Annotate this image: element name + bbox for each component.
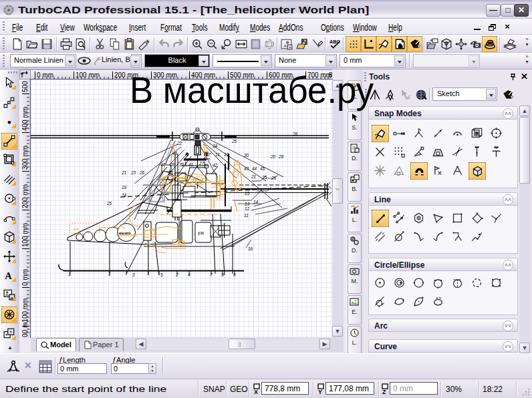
svg-text:25: 25 [271,176,277,180]
svg-text:4: 4 [188,272,190,277]
svg-text:0 mm: 0 mm [37,71,53,79]
svg-text:13: 13 [245,202,250,206]
svg-text:24: 24 [121,193,127,198]
svg-text:25: 25 [106,201,112,206]
svg-text:1: 1 [68,272,71,276]
svg-text:35: 35 [179,162,184,167]
svg-text:29: 29 [278,154,284,159]
svg-text:25: 25 [231,139,237,144]
svg-text:24: 24 [212,144,218,148]
svg-text:20: 20 [270,154,276,159]
svg-text:23: 23 [130,170,136,175]
svg-text:2: 2 [175,272,178,277]
svg-text:45: 45 [260,166,265,171]
svg-text:26: 26 [139,170,145,175]
svg-text:28: 28 [169,162,175,167]
svg-text:16: 16 [248,246,253,251]
svg-text:300 mm: 300 mm [21,146,29,170]
svg-text:41: 41 [188,162,194,167]
svg-text:400 mm: 400 mm [21,107,29,131]
svg-text:11: 11 [215,152,220,157]
svg-text:500: 500 [21,81,29,92]
svg-text:26: 26 [292,132,298,136]
svg-text:25: 25 [261,175,267,180]
svg-text:X: X [254,389,258,395]
svg-text:44: 44 [252,166,257,171]
svg-text:изδ.: изδ. [74,227,80,231]
svg-text:15: 15 [245,191,250,196]
svg-text:6: 6 [233,272,236,277]
svg-text:22: 22 [176,141,182,146]
svg-text:36: 36 [168,170,174,175]
svg-text:30: 30 [244,153,249,158]
svg-text:46: 46 [172,151,178,156]
svg-text:00 m: 00 m [21,323,29,337]
svg-text:3: 3 [132,272,135,277]
svg-text:9: 9 [221,272,224,277]
svg-text:27: 27 [198,161,205,166]
svg-text:милпч: милпч [118,230,131,235]
svg-text:21: 21 [251,174,257,179]
svg-text:17: 17 [206,152,211,157]
svg-text:Z: Z [382,389,386,395]
svg-text:200 mm: 200 mm [21,184,29,208]
svg-text:1: 1 [108,272,111,276]
svg-text:19: 19 [122,185,127,190]
svg-text:42: 42 [213,163,218,168]
svg-text:43: 43 [244,166,249,171]
svg-text:5: 5 [160,272,163,277]
svg-text:7: 7 [210,272,213,277]
svg-text:-100 mm: -100 mm [21,298,29,325]
svg-text:a:b: a:b [436,296,442,300]
svg-text:узк: узк [198,230,204,236]
svg-text:12: 12 [245,206,250,211]
svg-text:0 mm: 0 mm [21,269,29,286]
svg-text:14: 14 [253,200,259,204]
svg-text:100 mm: 100 mm [21,223,29,247]
svg-text:47: 47 [160,162,166,167]
svg-text:100 mm: 100 mm [76,71,100,79]
svg-text:Y: Y [318,389,322,395]
svg-text:21: 21 [121,170,127,175]
svg-text:11: 11 [244,213,249,218]
svg-text:19: 19 [224,152,229,157]
